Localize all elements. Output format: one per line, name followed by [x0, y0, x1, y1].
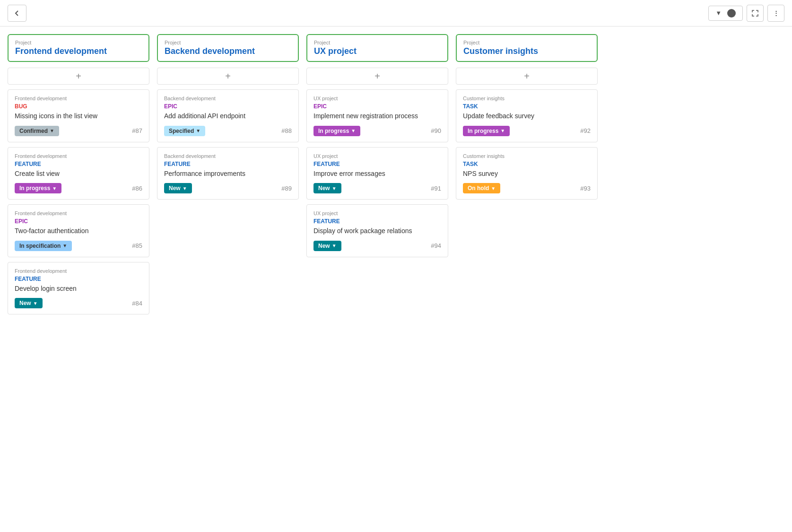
- header: ▼ ⋮: [0, 0, 792, 26]
- status-label: In specification: [19, 243, 61, 249]
- card-project: UX project: [313, 210, 441, 216]
- status-label: Confirmed: [19, 128, 48, 134]
- add-card-button[interactable]: +: [8, 68, 149, 85]
- card-footer: Confirmed ▼ #87: [15, 126, 142, 136]
- more-icon: ⋮: [773, 9, 779, 17]
- board-wrapper: Project Frontend development + Frontend …: [0, 26, 792, 532]
- card-project: Frontend development: [15, 210, 142, 216]
- status-badge[interactable]: Specified ▼: [164, 126, 205, 136]
- card-type: EPIC: [164, 103, 292, 110]
- card-id: #85: [132, 242, 142, 249]
- dropdown-arrow-icon: ▼: [332, 186, 337, 191]
- column-customer: Project Customer insights + Customer ins…: [456, 34, 598, 319]
- dropdown-arrow-icon: ▼: [491, 186, 496, 191]
- project-name: UX project: [314, 46, 441, 56]
- card-type: BUG: [15, 103, 142, 110]
- status-badge[interactable]: New ▼: [164, 183, 192, 193]
- card-type: FEATURE: [15, 161, 142, 167]
- header-actions: ▼ ⋮: [708, 5, 784, 22]
- expand-button[interactable]: [747, 5, 764, 22]
- status-badge[interactable]: New ▼: [313, 183, 341, 193]
- back-button[interactable]: [8, 5, 26, 22]
- status-badge[interactable]: In progress ▼: [15, 183, 61, 193]
- card-project: UX project: [313, 153, 441, 159]
- dropdown-arrow-icon: ▼: [183, 186, 187, 191]
- card-type: EPIC: [313, 103, 441, 110]
- task-card: Frontend development EPIC Two-factor aut…: [8, 204, 149, 257]
- status-badge[interactable]: On hold ▼: [463, 183, 500, 193]
- card-id: #89: [281, 185, 292, 192]
- status-label: New: [318, 185, 330, 192]
- task-card: Frontend development FEATURE Develop log…: [8, 262, 149, 315]
- project-label: Project: [165, 40, 291, 45]
- more-options-button[interactable]: ⋮: [767, 5, 784, 22]
- card-footer: New ▼ #89: [164, 183, 292, 193]
- card-title: Update feedback survey: [463, 112, 591, 121]
- project-label: Project: [15, 40, 142, 45]
- column-header: Project Frontend development: [8, 34, 149, 62]
- task-card: Backend development FEATURE Performance …: [157, 147, 299, 200]
- card-project: Backend development: [164, 96, 292, 101]
- card-title: Create list view: [15, 169, 142, 179]
- task-card: Customer insights TASK NPS survey On hol…: [456, 147, 598, 200]
- dropdown-arrow-icon: ▼: [351, 128, 356, 133]
- card-id: #86: [132, 185, 142, 192]
- filter-count: [727, 9, 736, 17]
- status-label: New: [169, 185, 181, 192]
- card-footer: New ▼ #91: [313, 183, 441, 193]
- status-badge[interactable]: Confirmed ▼: [15, 126, 59, 136]
- app-container: ▼ ⋮ Project Frontend development + Front…: [0, 0, 792, 532]
- card-id: #88: [281, 127, 292, 134]
- task-card: Backend development EPIC Add additional …: [157, 89, 299, 142]
- project-label: Project: [463, 40, 590, 45]
- dropdown-arrow-icon: ▼: [52, 186, 57, 191]
- card-footer: In progress ▼ #86: [15, 183, 142, 193]
- card-type: EPIC: [15, 218, 142, 225]
- status-label: Specified: [169, 128, 194, 134]
- status-label: In progress: [19, 185, 50, 192]
- task-card: UX project FEATURE Display of work packa…: [306, 204, 448, 257]
- card-id: #87: [132, 127, 142, 134]
- add-card-button[interactable]: +: [157, 68, 299, 85]
- card-footer: Specified ▼ #88: [164, 126, 292, 136]
- status-badge[interactable]: In progress ▼: [463, 126, 510, 136]
- dropdown-arrow-icon: ▼: [62, 243, 67, 248]
- status-label: In progress: [468, 128, 498, 134]
- card-title: Performance improvements: [164, 169, 292, 179]
- filter-button[interactable]: ▼: [708, 6, 743, 21]
- task-card: Frontend development BUG Missing icons i…: [8, 89, 149, 142]
- card-title: Two-factor authentication: [15, 227, 142, 236]
- card-footer: On hold ▼ #93: [463, 183, 591, 193]
- task-card: UX project EPIC Implement new registrati…: [306, 89, 448, 142]
- card-title: Add additional API endpoint: [164, 112, 292, 121]
- status-badge[interactable]: New ▼: [313, 241, 341, 251]
- column-header: Project Customer insights: [456, 34, 598, 62]
- task-card: UX project FEATURE Improve error message…: [306, 147, 448, 200]
- add-card-button[interactable]: +: [456, 68, 598, 85]
- card-footer: In specification ▼ #85: [15, 241, 142, 251]
- column-frontend: Project Frontend development + Frontend …: [8, 34, 149, 319]
- status-badge[interactable]: New ▼: [15, 298, 43, 308]
- task-card: Customer insights TASK Update feedback s…: [456, 89, 598, 142]
- card-type: FEATURE: [164, 161, 292, 167]
- card-id: #91: [431, 185, 441, 192]
- column-header: Project Backend development: [157, 34, 299, 62]
- board: Project Frontend development + Frontend …: [8, 34, 784, 319]
- card-project: UX project: [313, 96, 441, 101]
- filter-icon: ▼: [715, 9, 722, 17]
- dropdown-arrow-icon: ▼: [33, 301, 38, 306]
- card-footer: New ▼ #94: [313, 241, 441, 251]
- card-footer: In progress ▼ #92: [463, 126, 591, 136]
- status-badge[interactable]: In progress ▼: [313, 126, 360, 136]
- card-project: Customer insights: [463, 153, 591, 159]
- project-name: Customer insights: [463, 46, 590, 56]
- column-ux: Project UX project + UX project EPIC Imp…: [306, 34, 448, 319]
- add-card-button[interactable]: +: [306, 68, 448, 85]
- task-card: Frontend development FEATURE Create list…: [8, 147, 149, 200]
- project-name: Frontend development: [15, 46, 142, 56]
- card-project: Frontend development: [15, 153, 142, 159]
- card-id: #93: [580, 185, 591, 192]
- card-id: #90: [431, 127, 441, 134]
- status-badge[interactable]: In specification ▼: [15, 241, 72, 251]
- project-label: Project: [314, 40, 441, 45]
